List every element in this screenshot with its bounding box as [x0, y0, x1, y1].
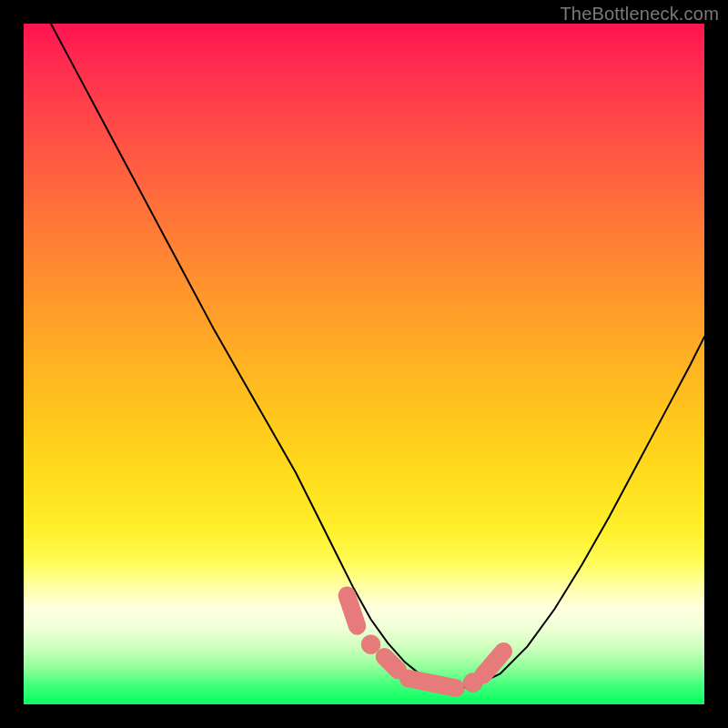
marker-pill-5 [483, 652, 503, 675]
chart-svg [24, 24, 704, 704]
marker-pill-0 [347, 595, 357, 626]
watermark: TheBottleneck.com [560, 4, 719, 25]
marker-pill-3 [409, 679, 456, 688]
plot-area [24, 24, 704, 704]
marker-layer [347, 595, 503, 692]
bottleneck-curve [51, 24, 704, 688]
marker-pill-2 [384, 657, 398, 671]
marker-dot-1 [361, 635, 380, 654]
chart-frame: TheBottleneck.com [0, 0, 728, 728]
curve-layer [51, 24, 704, 688]
